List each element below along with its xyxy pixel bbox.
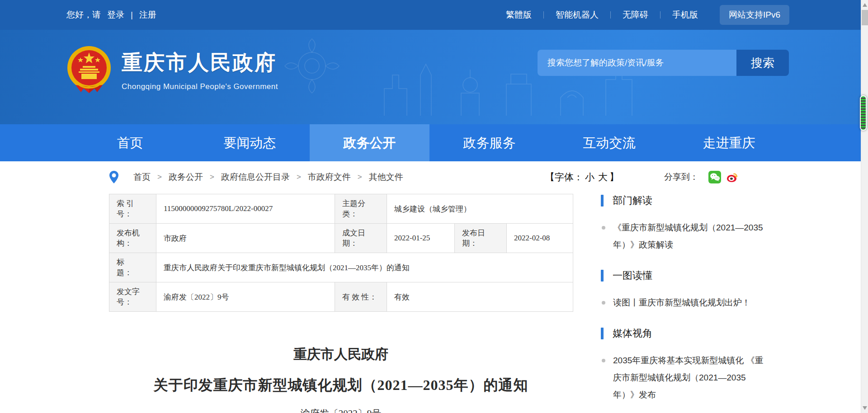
brand-text: 重庆市人民政府 Chongqing Municipal People's Gov… <box>122 45 278 91</box>
section-title-text: 部门解读 <box>613 194 652 207</box>
list-item[interactable]: 读图丨重庆市新型城镇化规划出炉！ <box>601 294 789 311</box>
publish-date-label: 发布日期： <box>455 224 507 253</box>
validity-value: 有效 <box>387 282 573 312</box>
search-bar: 搜索 <box>538 50 789 76</box>
title-value: 重庆市人民政府关于印发重庆市新型城镇化规划（2021—2035年）的通知 <box>156 253 573 282</box>
section-accent-bar <box>601 328 604 339</box>
section-title-text: 媒体视角 <box>613 327 652 340</box>
nav-item-interaction[interactable]: 互动交流 <box>549 124 669 161</box>
topic-category-label: 主题分类： <box>335 194 387 224</box>
share-bar: 分享到： <box>664 171 738 183</box>
sidebar-section-department-interpretation: 部门解读 《重庆市新型城镇化规划（2021—2035年）》政策解读 <box>601 194 789 253</box>
table-row: 发文字号： 渝府发〔2022〕9号 有 效 性： 有效 <box>109 282 573 312</box>
site-brand[interactable]: 重庆市人民政府 Chongqing Municipal People's Gov… <box>66 45 278 93</box>
document-column: 索 引 号： 11500000009275780L/2022-00027 主题分… <box>109 194 573 413</box>
publish-date-value: 2022-02-08 <box>507 224 573 253</box>
doc-number-label: 发文字号： <box>109 282 156 312</box>
breadcrumb-row: 首页 > 政务公开 > 政府信息公开目录 > 市政府文件 > 其他文件 【字体：… <box>109 169 789 185</box>
doc-number-value: 渝府发〔2022〕9号 <box>156 282 335 312</box>
breadcrumb-info-catalog[interactable]: 政府信息公开目录 <box>221 171 290 183</box>
issuing-agency-label: 发布机构： <box>109 224 156 253</box>
table-row: 索 引 号： 11500000009275780L/2022-00027 主题分… <box>109 194 573 224</box>
section-accent-bar <box>601 270 604 282</box>
font-size-suffix: 】 <box>609 171 619 183</box>
nav-item-home[interactable]: 首页 <box>70 124 190 161</box>
topbar-links: 繁體版 智能机器人 无障碍 手机版 网站支持IPv6 <box>494 5 789 25</box>
greeting-text: 您好，请 <box>66 9 101 21</box>
nav-item-gov-services[interactable]: 政务服务 <box>429 124 549 161</box>
main-nav: 首页 要闻动态 政务公开 政务服务 互动交流 走进重庆 <box>0 124 861 161</box>
traditional-chinese-link[interactable]: 繁體版 <box>494 9 543 21</box>
register-link[interactable]: 注册 <box>139 9 156 21</box>
bullet-dot-icon <box>602 301 605 305</box>
list-item[interactable]: 《重庆市新型城镇化规划（2021—2035年）》政策解读 <box>601 219 789 253</box>
national-emblem-logo <box>66 45 112 93</box>
reader-widget[interactable] <box>860 95 867 131</box>
scrollbar[interactable] <box>861 0 868 413</box>
breadcrumb-home[interactable]: 首页 <box>133 171 151 183</box>
written-date-value: 2022-01-25 <box>387 224 455 253</box>
scrollbar-thumb[interactable] <box>862 10 868 25</box>
validity-label: 有 效 性： <box>335 282 387 312</box>
font-smaller-button[interactable]: 小 <box>585 171 594 183</box>
bullet-dot-icon <box>602 226 605 230</box>
breadcrumb-other-docs[interactable]: 其他文件 <box>369 171 403 183</box>
site-header: 重庆市人民政府 Chongqing Municipal People's Gov… <box>0 30 861 124</box>
topbar-user-area: 您好，请 登录 | 注册 <box>66 9 156 21</box>
scroll-up-arrow-icon[interactable] <box>863 3 867 7</box>
login-link[interactable]: 登录 <box>107 9 124 21</box>
mobile-version-link[interactable]: 手机版 <box>660 9 710 21</box>
smart-robot-link[interactable]: 智能机器人 <box>544 9 610 21</box>
section-title: 部门解读 <box>601 194 789 207</box>
document-title-line1: 重庆市人民政府 <box>109 345 573 364</box>
sidebar: 部门解读 《重庆市新型城镇化规划（2021—2035年）》政策解读 一图读懂 读… <box>601 194 789 413</box>
topbar: 您好，请 登录 | 注册 繁體版 智能机器人 无障碍 手机版 网站支持IPv6 <box>0 0 861 30</box>
list-item-text[interactable]: 2035年重庆将基本实现新型城镇化 《重庆市新型城镇化规划（2021—2035年… <box>613 352 765 404</box>
nav-item-gov-disclosure[interactable]: 政务公开 <box>310 124 429 161</box>
font-size-control: 【字体： 小 大 】 <box>545 171 619 183</box>
document-title-line2: 关于印发重庆市新型城镇化规划（2021—2035年）的通知 <box>109 375 573 395</box>
breadcrumb-separator: > <box>210 173 214 182</box>
accessibility-link[interactable]: 无障碍 <box>611 9 660 21</box>
list-item[interactable]: 2035年重庆将基本实现新型城镇化 《重庆市新型城镇化规划（2021—2035年… <box>601 352 789 404</box>
weibo-icon[interactable] <box>726 171 738 183</box>
login-register-separator: | <box>131 10 133 20</box>
index-number-value: 11500000009275780L/2022-00027 <box>156 194 335 224</box>
document-number: 渝府发〔2022〕9号 <box>109 407 573 413</box>
wechat-icon[interactable] <box>708 171 721 183</box>
document-heading: 重庆市人民政府 关于印发重庆市新型城镇化规划（2021—2035年）的通知 渝府… <box>109 345 573 413</box>
breadcrumb-separator: > <box>157 173 162 182</box>
sidebar-section-media-view: 媒体视角 2035年重庆将基本实现新型城镇化 《重庆市新型城镇化规划（2021—… <box>601 327 789 404</box>
font-size-prefix: 【字体： <box>545 171 583 183</box>
title-label: 标 题： <box>109 253 156 282</box>
site-subtitle: Chongqing Municipal People's Government <box>122 82 278 91</box>
breadcrumb-municipal-docs[interactable]: 市政府文件 <box>308 171 351 183</box>
scroll-down-arrow-icon[interactable] <box>863 406 867 410</box>
share-label: 分享到： <box>664 171 698 183</box>
search-input[interactable] <box>538 50 736 76</box>
search-button[interactable]: 搜索 <box>736 50 789 76</box>
breadcrumb-gov-disclosure[interactable]: 政务公开 <box>169 171 203 183</box>
breadcrumb-separator: > <box>297 173 301 182</box>
section-title: 媒体视角 <box>601 327 789 340</box>
main-content: 索 引 号： 11500000009275780L/2022-00027 主题分… <box>109 194 861 413</box>
nav-item-about-chongqing[interactable]: 走进重庆 <box>669 124 789 161</box>
document-meta-table: 索 引 号： 11500000009275780L/2022-00027 主题分… <box>109 194 573 312</box>
section-accent-bar <box>601 195 604 206</box>
issuing-agency-value: 市政府 <box>156 224 335 253</box>
main-nav-inner: 首页 要闻动态 政务公开 政务服务 互动交流 走进重庆 <box>70 124 789 161</box>
site-title: 重庆市人民政府 <box>122 49 278 77</box>
section-title: 一图读懂 <box>601 269 789 282</box>
page: 您好，请 登录 | 注册 繁體版 智能机器人 无障碍 手机版 网站支持IPv6 <box>0 0 861 413</box>
breadcrumb: 首页 > 政务公开 > 政府信息公开目录 > 市政府文件 > 其他文件 <box>133 171 403 183</box>
breadcrumb-separator: > <box>358 173 362 182</box>
list-item-text[interactable]: 《重庆市新型城镇化规划（2021—2035年）》政策解读 <box>613 219 765 253</box>
font-larger-button[interactable]: 大 <box>598 171 608 183</box>
bullet-dot-icon <box>602 359 605 362</box>
list-item-text[interactable]: 读图丨重庆市新型城镇化规划出炉！ <box>613 294 765 311</box>
ipv6-badge[interactable]: 网站支持IPv6 <box>720 5 789 25</box>
section-title-text: 一图读懂 <box>613 269 652 282</box>
nav-item-news[interactable]: 要闻动态 <box>190 124 310 161</box>
header-decoration <box>271 34 678 124</box>
sidebar-section-infographic: 一图读懂 读图丨重庆市新型城镇化规划出炉！ <box>601 269 789 311</box>
